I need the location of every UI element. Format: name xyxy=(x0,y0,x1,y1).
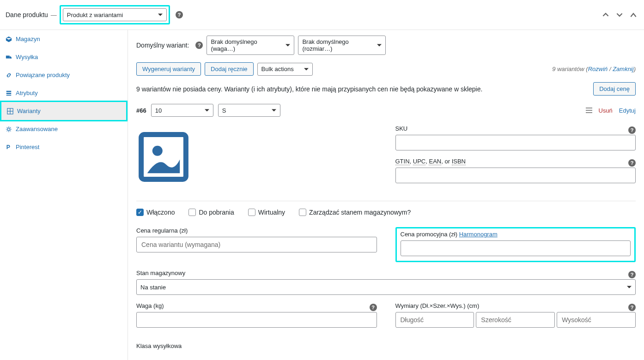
bulk-actions-select[interactable]: Bulk actions xyxy=(257,63,313,76)
sidebar-item-label: Wysyłka xyxy=(16,54,38,60)
enabled-checkbox[interactable]: ✓Włączono xyxy=(136,209,175,216)
panel-title: Dane produktu xyxy=(6,11,48,18)
dimensions-label: Wymiary (Dł.×Szer.×Wys.) (cm) xyxy=(395,302,480,309)
link-icon xyxy=(6,72,12,78)
svg-rect-1 xyxy=(6,90,12,92)
help-icon[interactable]: ? xyxy=(176,11,183,18)
product-type-highlight: Produkt z wariantami xyxy=(60,5,170,24)
variant-id: #66 xyxy=(136,107,146,114)
variant-checkboxes: ✓Włączono Do pobrania Wirtualny Zarządza… xyxy=(136,209,636,216)
sale-price-highlight: Cena promocyjna (zł) Harmonogram xyxy=(395,227,636,262)
sidebar-item-label: Zaawansowane xyxy=(16,126,58,132)
help-icon[interactable]: ? xyxy=(370,304,377,311)
downloadable-checkbox[interactable]: Do pobrania xyxy=(188,209,234,216)
variant-count: 9 wariantów (Rozwiń / Zamknij) xyxy=(552,66,636,72)
expand-link[interactable]: Rozwiń xyxy=(588,66,608,72)
width-input[interactable] xyxy=(476,312,555,328)
price-warning-text: 9 wariantów nie posiada ceny. Warianty (… xyxy=(136,85,482,93)
sidebar-item-label: Powiązane produkty xyxy=(16,72,70,78)
default-variant-label: Domyślny wariant: xyxy=(136,42,189,49)
shipping-class-label: Klasa wysyłkowa xyxy=(136,342,636,349)
length-input[interactable] xyxy=(395,312,474,328)
virtual-checkbox[interactable]: Wirtualny xyxy=(248,209,285,216)
image-placeholder-icon xyxy=(138,132,189,182)
default-variant-select-1[interactable]: Brak domyślnego (waga…) xyxy=(207,36,294,55)
schedule-link[interactable]: Harmonogram xyxy=(459,231,498,238)
sidebar-item-linked[interactable]: Powiązane produkty xyxy=(0,66,128,84)
sidebar-item-variations[interactable]: Warianty xyxy=(0,101,128,121)
gear-icon xyxy=(6,126,12,132)
sidebar-item-label: Atrybuty xyxy=(16,90,38,96)
add-price-button[interactable]: Dodaj cenę xyxy=(593,82,636,96)
default-variant-select-2[interactable]: Brak domyślnego (rozmiar…) xyxy=(298,36,386,55)
manage-stock-checkbox[interactable]: Zarządzać stanem magazynowym? xyxy=(299,209,411,216)
sidebar-item-inventory[interactable]: Magazyn xyxy=(0,30,128,48)
height-input[interactable] xyxy=(557,312,636,328)
pinterest-icon: P xyxy=(6,144,12,150)
product-type-select[interactable]: Produkt z wariantami xyxy=(63,8,167,21)
actions-row: Wygeneruj warianty Dodaj ręcznie Bulk ac… xyxy=(136,62,636,76)
panel-down-icon[interactable] xyxy=(614,10,625,20)
help-icon[interactable]: ? xyxy=(195,42,203,49)
price-warning-row: 9 wariantów nie posiada ceny. Warianty (… xyxy=(136,82,636,96)
help-icon[interactable]: ? xyxy=(628,271,636,278)
sku-label: SKU xyxy=(395,125,408,132)
svg-rect-0 xyxy=(6,55,10,58)
variations-panel: Domyślny wariant: ? Brak domyślnego (wag… xyxy=(128,30,644,360)
weight-input[interactable] xyxy=(136,312,377,328)
list-icon xyxy=(6,90,12,96)
svg-point-10 xyxy=(152,146,163,156)
svg-text:P: P xyxy=(6,144,10,150)
help-icon[interactable]: ? xyxy=(628,159,636,167)
sidebar-item-attributes[interactable]: Atrybuty xyxy=(0,84,128,102)
panel-header: Dane produktu — Produkt z wariantami ? xyxy=(0,0,644,30)
panel-collapse-icon[interactable] xyxy=(628,10,638,20)
grid-icon xyxy=(7,108,13,114)
remove-variant-link[interactable]: Usuń xyxy=(599,107,613,114)
gtin-input[interactable] xyxy=(395,168,636,183)
regular-price-input[interactable] xyxy=(136,237,377,252)
variant-attr-2-select[interactable]: S xyxy=(218,104,280,117)
reorder-handle-icon[interactable] xyxy=(586,108,592,113)
sidebar-item-advanced[interactable]: Zaawansowane xyxy=(0,120,128,138)
stock-status-label: Stan magazynowy xyxy=(136,270,185,276)
product-data-tabs: Magazyn Wysyłka Powiązane produkty Atryb… xyxy=(0,30,128,360)
svg-rect-3 xyxy=(6,95,12,96)
stock-status-select[interactable]: Na stanie xyxy=(136,279,636,295)
default-variant-row: Domyślny wariant: ? Brak domyślnego (wag… xyxy=(136,36,636,55)
sidebar-item-shipping[interactable]: Wysyłka xyxy=(0,48,128,66)
sidebar-item-pinterest[interactable]: P Pinterest xyxy=(0,138,128,156)
variant-attr-1-select[interactable]: 10 xyxy=(151,104,213,117)
inventory-icon xyxy=(6,36,12,42)
sku-input[interactable] xyxy=(395,135,636,150)
sidebar-item-label: Magazyn xyxy=(16,36,40,42)
generate-variations-button[interactable]: Wygeneruj warianty xyxy=(136,62,201,76)
svg-point-7 xyxy=(7,128,10,130)
svg-rect-2 xyxy=(6,93,12,94)
sidebar-item-label: Pinterest xyxy=(16,144,39,150)
edit-variant-link[interactable]: Edytuj xyxy=(619,107,636,114)
weight-label: Waga (kg) xyxy=(136,302,164,309)
sale-price-input[interactable] xyxy=(401,240,631,256)
variant-header: #66 10 S Usuń Edytuj xyxy=(136,104,636,117)
panel-up-icon[interactable] xyxy=(601,10,611,20)
help-icon[interactable]: ? xyxy=(628,304,636,311)
panel-toggles xyxy=(601,10,638,20)
help-icon[interactable]: ? xyxy=(628,126,636,134)
regular-price-label: Cena regularna (zł) xyxy=(136,227,377,234)
shipping-icon xyxy=(6,54,12,60)
collapse-link[interactable]: Zamknij xyxy=(613,66,634,72)
sidebar-item-label: Warianty xyxy=(17,108,41,114)
sale-price-label: Cena promocyjna (zł) Harmonogram xyxy=(401,231,631,238)
add-manually-button[interactable]: Dodaj ręcznie xyxy=(205,62,254,76)
gtin-label: GTIN, UPC, EAN, or ISBN xyxy=(395,158,466,165)
variant-image-upload[interactable] xyxy=(136,130,191,184)
